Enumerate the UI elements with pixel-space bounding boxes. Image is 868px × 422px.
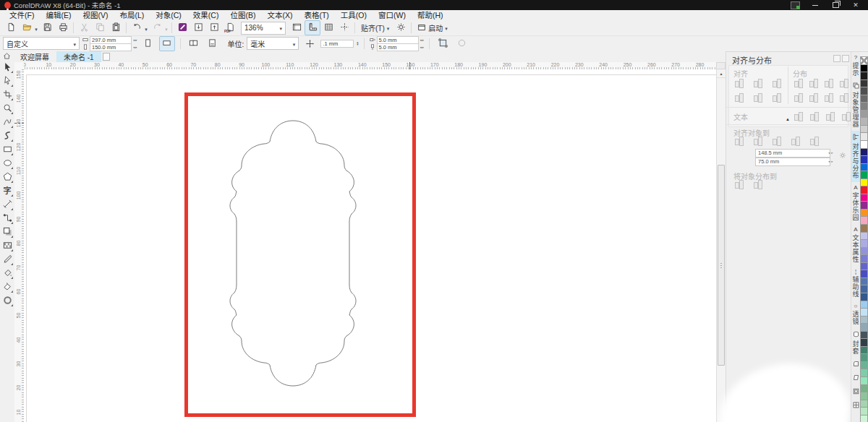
text-bounding-box-icon[interactable] — [825, 111, 835, 121]
align-point-y-field[interactable]: 75.0 mm — [755, 158, 830, 166]
drop-shadow-tool[interactable] — [1, 225, 14, 239]
snap-to-button[interactable]: 贴齐(T) — [357, 22, 393, 35]
align-left-icon[interactable] — [733, 78, 744, 88]
page-width-spinner[interactable] — [133, 38, 137, 42]
color-swatch[interactable] — [860, 385, 868, 393]
frame-tab[interactable] — [851, 385, 860, 399]
color-swatch[interactable] — [860, 270, 868, 278]
document-tab-1[interactable]: 未命名 -1 — [56, 51, 101, 62]
nudge-spinner[interactable] — [357, 41, 358, 46]
selected-rectangle[interactable] — [184, 92, 416, 417]
print-button[interactable] — [55, 20, 71, 35]
launch-button[interactable]: 启动 — [414, 22, 451, 35]
color-swatch[interactable] — [860, 133, 868, 141]
color-swatch[interactable] — [860, 126, 868, 134]
account-icon[interactable] — [791, 1, 800, 9]
menu-item-7[interactable]: 文本(X) — [261, 10, 298, 20]
docker-tab-2[interactable]: 对齐与分布 — [851, 131, 860, 182]
color-swatch[interactable] — [860, 210, 868, 218]
docker-tab-6[interactable]: ○透镜 — [851, 301, 860, 328]
text-baseline-icon[interactable] — [809, 111, 820, 121]
color-swatch[interactable] — [860, 415, 868, 422]
menu-item-8[interactable]: 表格(T) — [298, 10, 334, 20]
outline-options-button[interactable] — [454, 36, 469, 51]
crop-tool[interactable] — [1, 88, 14, 102]
page-height-spinner[interactable] — [133, 46, 137, 49]
color-swatch[interactable] — [860, 392, 868, 400]
color-swatch[interactable] — [860, 263, 868, 271]
menu-item-9[interactable]: 工具(O) — [335, 10, 373, 20]
color-swatch[interactable] — [860, 118, 868, 126]
menu-item-0[interactable]: 文件(F) — [4, 10, 40, 20]
menu-item-6[interactable]: 位图(B) — [224, 10, 261, 20]
pick-tool[interactable] — [1, 61, 14, 74]
align-settings-gear-icon[interactable] — [839, 152, 846, 160]
menu-item-4[interactable]: 对象(C) — [150, 10, 187, 20]
color-swatch[interactable] — [860, 377, 868, 385]
align-center-h-icon[interactable] — [752, 78, 763, 88]
zoom-level-combo[interactable]: 136% — [241, 22, 286, 35]
color-swatch[interactable] — [860, 316, 868, 324]
artistic-media-tool[interactable] — [1, 129, 14, 143]
color-swatch[interactable] — [860, 65, 868, 73]
portrait-button[interactable] — [140, 36, 156, 51]
all-pages-button[interactable] — [186, 36, 202, 51]
full-screen-preview-button[interactable] — [289, 20, 305, 35]
open-document-button[interactable] — [19, 20, 35, 35]
dimension-tool[interactable] — [1, 198, 14, 212]
landscape-button[interactable] — [159, 36, 175, 51]
color-swatch[interactable] — [860, 202, 868, 210]
text-tool[interactable]: 字 — [1, 184, 14, 198]
align-point-x-spinner[interactable] — [828, 151, 833, 155]
color-swatch[interactable] — [860, 354, 868, 362]
color-swatch[interactable] — [860, 408, 868, 415]
color-swatch[interactable] — [860, 309, 868, 316]
align-bottom-icon[interactable] — [771, 92, 782, 103]
docker-tab-7[interactable]: 封套 — [851, 328, 860, 358]
color-swatch[interactable] — [860, 347, 868, 355]
vertical-scrollbar[interactable] — [716, 69, 726, 422]
document-tab-0[interactable]: 欢迎屏幕 — [13, 51, 56, 62]
align-point-x-field[interactable]: 148.5 mm — [755, 149, 830, 158]
distribute-right-icon[interactable] — [823, 78, 834, 88]
cut-button[interactable] — [76, 20, 92, 35]
docker-close-icon[interactable] — [842, 55, 849, 62]
distribute-left-icon[interactable] — [793, 78, 804, 88]
shape-tool[interactable] — [1, 74, 14, 88]
new-tab-button[interactable] — [101, 51, 111, 62]
drawing-canvas[interactable] — [24, 69, 716, 422]
export-button[interactable] — [206, 20, 222, 35]
align-right-icon[interactable] — [771, 78, 782, 88]
page-preset-combo[interactable]: 自定义 — [3, 37, 80, 50]
menu-item-5[interactable]: 效果(C) — [187, 10, 225, 20]
units-combo[interactable]: 毫米 — [247, 37, 299, 50]
show-grid-button[interactable] — [320, 20, 336, 35]
menu-item-1[interactable]: 编辑(E) — [40, 10, 77, 20]
color-swatch[interactable] — [860, 332, 868, 340]
show-rulers-button[interactable] — [305, 20, 320, 35]
distribute-spacing-v-icon[interactable] — [838, 92, 849, 103]
align-to-point-icon[interactable] — [809, 136, 820, 146]
text-first-line-icon[interactable] — [793, 111, 804, 121]
docker-tab-4[interactable]: A文本属性 — [851, 224, 860, 266]
color-swatch[interactable] — [860, 95, 868, 103]
vertical-ruler[interactable]: 1501401301201101009080706050403020100 — [14, 69, 25, 422]
docker-tab-1[interactable]: 对象管理器 — [851, 79, 860, 131]
color-swatch[interactable] — [860, 103, 868, 111]
grid-tab[interactable] — [851, 399, 860, 413]
search-content-button[interactable] — [174, 20, 190, 35]
color-swatch[interactable] — [860, 255, 868, 263]
interactive-fill-tool[interactable] — [1, 267, 14, 280]
current-page-button[interactable] — [205, 36, 221, 51]
align-top-icon[interactable] — [733, 92, 744, 103]
color-swatch[interactable] — [860, 156, 868, 164]
connector-tool[interactable] — [1, 212, 14, 225]
ellipse-tool[interactable] — [1, 157, 14, 171]
color-swatch[interactable] — [860, 225, 868, 233]
color-swatch[interactable] — [860, 369, 868, 377]
color-swatch[interactable] — [860, 171, 868, 179]
redo-button[interactable] — [149, 20, 165, 35]
menu-item-2[interactable]: 视图(V) — [77, 10, 114, 20]
save-button[interactable] — [39, 20, 55, 35]
color-swatch[interactable] — [860, 141, 868, 149]
